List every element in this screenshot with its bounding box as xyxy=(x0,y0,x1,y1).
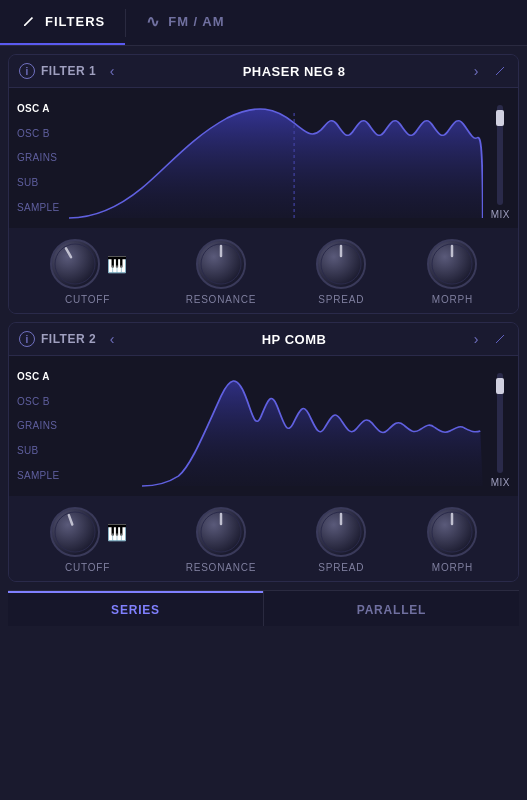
filter2-mix-thumb xyxy=(496,378,504,394)
filter2-resonance-group: RESONANCE xyxy=(186,506,257,573)
filter2-source-grains[interactable]: GRAINS xyxy=(17,420,61,431)
filter1-knobs: 🎹 CUTOFF RESONANCE xyxy=(9,228,518,313)
filter2-source-osc-b[interactable]: OSC B xyxy=(17,396,61,407)
filter1-morph-group: MORPH xyxy=(426,238,478,305)
filter1-label: FILTER 1 xyxy=(41,64,96,78)
filter2-label: FILTER 2 xyxy=(41,332,96,346)
filter1-resonance-label: RESONANCE xyxy=(186,294,257,305)
filter1-source-osc-b[interactable]: OSC B xyxy=(17,128,61,139)
filter1-next-button[interactable]: › xyxy=(466,61,486,81)
filter1-source-sub[interactable]: SUB xyxy=(17,177,61,188)
svg-point-13 xyxy=(51,508,99,556)
filter1-mix-container: MIX xyxy=(483,88,518,228)
filter2-piano-icon[interactable]: 🎹 xyxy=(107,523,127,542)
filter2-resonance-knob[interactable] xyxy=(195,506,247,558)
filter1-resonance-knob[interactable] xyxy=(195,238,247,290)
filter2-section: i FILTER 2 ‹ HP COMB › ⟋ OSC A OSC B GRA… xyxy=(8,322,519,582)
filter1-spread-group: SPREAD xyxy=(315,238,367,305)
filter1-source-grains[interactable]: GRAINS xyxy=(17,152,61,163)
filter1-mix-slider[interactable] xyxy=(497,105,503,205)
filter2-info-button[interactable]: i xyxy=(19,331,35,347)
filter1-morph-label: MORPH xyxy=(432,294,473,305)
filter1-resonance-group: RESONANCE xyxy=(186,238,257,305)
filter2-cutoff-knob[interactable] xyxy=(49,506,101,558)
filter2-waveform xyxy=(69,356,483,496)
filter1-header: i FILTER 1 ‹ PHASER NEG 8 › ⟋ xyxy=(9,55,518,88)
filter1-preset-name: PHASER NEG 8 xyxy=(128,64,460,79)
routing-tab-series[interactable]: SERIES xyxy=(8,591,263,626)
filter1-info-button[interactable]: i xyxy=(19,63,35,79)
filter2-header: i FILTER 2 ‹ HP COMB › ⟋ xyxy=(9,323,518,356)
filter2-morph-group: MORPH xyxy=(426,506,478,573)
filter1-waveform-container: OSC A OSC B GRAINS SUB SAMPLE xyxy=(9,88,518,228)
filter1-mix-label: MIX xyxy=(491,209,510,220)
filter1-spread-knob[interactable] xyxy=(315,238,367,290)
filter2-waveform-container: OSC A OSC B GRAINS SUB SAMPLE xyxy=(9,356,518,496)
tab-fm-am[interactable]: ∿ FM / AM xyxy=(126,0,244,45)
filter2-cutoff-wrap: 🎹 xyxy=(49,506,127,558)
filter2-mix-slider[interactable] xyxy=(497,373,503,473)
filter1-cutoff-group: 🎹 CUTOFF xyxy=(49,238,127,305)
filter1-cutoff-label: CUTOFF xyxy=(65,294,110,305)
filter1-source-labels: OSC A OSC B GRAINS SUB SAMPLE xyxy=(9,88,69,228)
tab-filters[interactable]: ⟋ FILTERS xyxy=(0,0,125,45)
filter1-piano-icon[interactable]: 🎹 xyxy=(107,255,127,274)
filter1-cutoff-wrap: 🎹 xyxy=(49,238,127,290)
filter2-source-sample[interactable]: SAMPLE xyxy=(17,470,61,481)
filter1-waveform xyxy=(69,88,483,228)
filter2-preset-name: HP COMB xyxy=(128,332,460,347)
wave-icon: ∿ xyxy=(146,12,160,31)
routing-parallel-label: PARALLEL xyxy=(357,603,427,617)
tab-bar: ⟋ FILTERS ∿ FM / AM xyxy=(0,0,527,46)
filter1-prev-button[interactable]: ‹ xyxy=(102,61,122,81)
filter2-morph-knob[interactable] xyxy=(426,506,478,558)
main-content: i FILTER 1 ‹ PHASER NEG 8 › ⟋ OSC A OSC … xyxy=(0,46,527,800)
filter-icon: ⟋ xyxy=(20,13,37,31)
filter2-cutoff-label: CUTOFF xyxy=(65,562,110,573)
filter1-spread-label: SPREAD xyxy=(318,294,364,305)
filter1-mix-thumb xyxy=(496,110,504,126)
filter2-source-osc-a[interactable]: OSC A xyxy=(17,371,61,382)
filter2-resonance-label: RESONANCE xyxy=(186,562,257,573)
filter1-cutoff-knob[interactable] xyxy=(49,238,101,290)
routing-tab-parallel[interactable]: PARALLEL xyxy=(264,591,519,626)
tab-fm-am-label: FM / AM xyxy=(168,14,224,29)
svg-point-1 xyxy=(51,240,99,288)
filter2-spread-knob[interactable] xyxy=(315,506,367,558)
filter2-mix-container: MIX xyxy=(483,356,518,496)
filter2-prev-button[interactable]: ‹ xyxy=(102,329,122,349)
filter1-source-osc-a[interactable]: OSC A xyxy=(17,103,61,114)
filter2-next-button[interactable]: › xyxy=(466,329,486,349)
routing-tabs: SERIES PARALLEL xyxy=(8,590,519,626)
filter1-section: i FILTER 1 ‹ PHASER NEG 8 › ⟋ OSC A OSC … xyxy=(8,54,519,314)
filter2-cutoff-group: 🎹 CUTOFF xyxy=(49,506,127,573)
filter1-source-sample[interactable]: SAMPLE xyxy=(17,202,61,213)
filter1-morph-knob[interactable] xyxy=(426,238,478,290)
tab-filters-label: FILTERS xyxy=(45,14,105,29)
filter2-spread-label: SPREAD xyxy=(318,562,364,573)
routing-series-label: SERIES xyxy=(111,603,160,617)
filter2-source-sub[interactable]: SUB xyxy=(17,445,61,456)
filter2-mix-label: MIX xyxy=(491,477,510,488)
filter2-morph-label: MORPH xyxy=(432,562,473,573)
filter2-source-labels: OSC A OSC B GRAINS SUB SAMPLE xyxy=(9,356,69,496)
filter2-knobs: 🎹 CUTOFF RESONANCE xyxy=(9,496,518,581)
filter2-spread-group: SPREAD xyxy=(315,506,367,573)
filter1-type-icon[interactable]: ⟋ xyxy=(492,62,508,80)
filter2-type-icon[interactable]: ⟋ xyxy=(492,330,508,348)
